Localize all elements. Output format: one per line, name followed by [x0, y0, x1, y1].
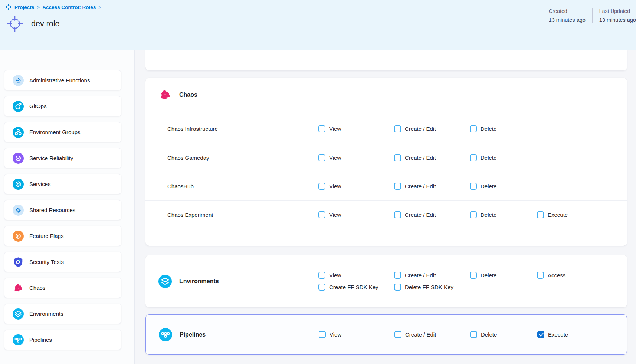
- checkbox[interactable]: [537, 331, 544, 338]
- checkbox[interactable]: [318, 125, 325, 132]
- permission-checkbox-create-edit[interactable]: Create / Edit: [394, 272, 470, 279]
- checkbox-label: Create / Edit: [405, 331, 436, 338]
- sidebar-item-pipelines[interactable]: Pipelines: [4, 330, 121, 350]
- projects-grid-icon: [5, 4, 12, 10]
- checkbox[interactable]: [470, 125, 477, 132]
- checkbox-label: View: [329, 212, 341, 218]
- checkbox-label: View: [329, 272, 341, 278]
- sidebar-item-environments[interactable]: Environments: [4, 304, 121, 324]
- sidebar-item-administrative-functions[interactable]: Administrative Functions: [4, 70, 121, 90]
- checkbox-label: View: [329, 183, 341, 189]
- permission-checkbox-execute[interactable]: Execute: [537, 211, 627, 218]
- sidebar-item-label: Feature Flags: [29, 233, 64, 239]
- permission-checkbox-create-edit[interactable]: Create / Edit: [394, 154, 470, 161]
- permission-checkbox-view[interactable]: View: [318, 272, 394, 279]
- last-updated-label: Last Updated: [599, 8, 636, 14]
- title-row: dev role: [7, 16, 636, 32]
- pipelines-icon: [159, 328, 172, 341]
- resource-sidebar: Administrative Functions GitOps Environm…: [0, 50, 135, 364]
- permission-checkbox-view[interactable]: View: [319, 331, 394, 338]
- checkbox[interactable]: [318, 183, 325, 190]
- section-title: Pipelines: [180, 331, 206, 338]
- meta-divider: [592, 8, 593, 23]
- checkbox[interactable]: [394, 331, 401, 338]
- permission-checkbox-delete[interactable]: Delete: [470, 272, 537, 279]
- permission-checkbox-create-edit[interactable]: Create / Edit: [394, 183, 470, 190]
- permission-checkbox-execute[interactable]: Execute: [537, 331, 627, 338]
- breadcrumb: Projects > Access Control: Roles >: [5, 4, 636, 10]
- permission-checkbox-access[interactable]: Access: [537, 272, 627, 279]
- checkbox[interactable]: [470, 272, 477, 279]
- permission-checkbox-delete[interactable]: Delete: [470, 331, 537, 338]
- sidebar-item-chaos[interactable]: Chaos: [4, 278, 121, 298]
- sidebar-item-label: Chaos: [29, 285, 45, 291]
- gitops-icon: [13, 101, 24, 112]
- checkbox[interactable]: [394, 183, 401, 190]
- permission-checkbox-view[interactable]: View: [318, 183, 394, 190]
- environments-icon: [13, 308, 24, 320]
- checkbox[interactable]: [318, 154, 325, 161]
- sidebar-item-environment-groups[interactable]: Environment Groups: [4, 122, 121, 142]
- permission-checkbox-view[interactable]: View: [318, 211, 394, 218]
- permission-checkbox-view[interactable]: View: [318, 125, 394, 132]
- checkbox-label: View: [330, 331, 341, 338]
- permission-row: View Create / Edit Delete Execute: [319, 331, 627, 338]
- checkbox-label: Delete: [481, 183, 496, 189]
- permission-row: Create FF SDK Key Delete FF SDK Key: [318, 284, 627, 291]
- checkbox[interactable]: [394, 154, 401, 161]
- checkbox[interactable]: [394, 272, 401, 279]
- checkbox[interactable]: [394, 284, 401, 291]
- checkbox[interactable]: [470, 211, 477, 218]
- checkbox[interactable]: [318, 272, 325, 279]
- permission-checkbox-view[interactable]: View: [318, 154, 394, 161]
- permission-checkbox-delete[interactable]: Delete: [470, 211, 537, 218]
- sidebar-item-feature-flags[interactable]: Feature Flags: [4, 226, 121, 246]
- environments-icon: [158, 275, 172, 288]
- checkbox[interactable]: [318, 211, 325, 218]
- checkbox[interactable]: [319, 331, 326, 338]
- checkbox-label: Create / Edit: [405, 272, 436, 278]
- sidebar-item-service-reliability[interactable]: Service Reliability: [4, 148, 121, 168]
- feature-flags-icon: [13, 231, 24, 242]
- breadcrumb-roles-link[interactable]: Access Control: Roles: [42, 4, 96, 10]
- permission-checkbox-create-edit[interactable]: Create / Edit: [394, 125, 470, 132]
- breadcrumb-projects-link[interactable]: Projects: [14, 4, 34, 10]
- shared-resources-icon: [13, 205, 24, 216]
- permission-checkbox-create-edit[interactable]: Create / Edit: [394, 331, 470, 338]
- checkbox-label: Access: [548, 272, 565, 278]
- page-header: Projects > Access Control: Roles > dev r…: [0, 0, 636, 50]
- permission-row-chaos-infrastructure: Chaos Infrastructure View Create / Edit …: [145, 115, 627, 143]
- checkbox[interactable]: [470, 154, 477, 161]
- checkbox[interactable]: [318, 284, 325, 291]
- sidebar-item-services[interactable]: Services: [4, 174, 121, 194]
- checkbox[interactable]: [470, 331, 477, 338]
- section-title: Chaos: [179, 92, 197, 98]
- checkbox[interactable]: [537, 272, 544, 279]
- page-title: dev role: [31, 19, 60, 29]
- permission-checkbox-delete-ff-sdk-key[interactable]: Delete FF SDK Key: [394, 284, 470, 291]
- section-header: Environments: [158, 275, 318, 288]
- permission-checkbox-create-edit[interactable]: Create / Edit: [394, 211, 470, 218]
- checkbox[interactable]: [394, 211, 401, 218]
- checkbox-label: Create / Edit: [405, 126, 436, 132]
- pipelines-icon: [13, 334, 24, 345]
- sidebar-item-gitops[interactable]: GitOps: [4, 96, 121, 116]
- checkbox-label: Create FF SDK Key: [329, 284, 378, 290]
- sidebar-item-security-tests[interactable]: Security Tests: [4, 252, 121, 272]
- service-reliability-icon: [13, 153, 24, 164]
- checkbox-label: Delete: [481, 331, 497, 338]
- checkbox[interactable]: [394, 125, 401, 132]
- checkbox[interactable]: [470, 183, 477, 190]
- permission-checkbox-delete[interactable]: Delete: [470, 183, 537, 190]
- permission-checkbox-create-ff-sdk-key[interactable]: Create FF SDK Key: [318, 284, 394, 291]
- permission-checkbox-delete[interactable]: Delete: [470, 125, 537, 132]
- checkbox[interactable]: [537, 211, 544, 218]
- breadcrumb-separator: >: [98, 4, 101, 10]
- sidebar-item-label: Security Tests: [29, 259, 64, 265]
- permission-checkbox-delete[interactable]: Delete: [470, 154, 537, 161]
- checkbox-label: Delete: [481, 212, 496, 218]
- admin-functions-icon: [13, 75, 24, 86]
- checkbox-label: Create / Edit: [405, 183, 436, 189]
- sidebar-item-shared-resources[interactable]: Shared Resources: [4, 200, 121, 220]
- checkbox-label: Execute: [548, 212, 568, 218]
